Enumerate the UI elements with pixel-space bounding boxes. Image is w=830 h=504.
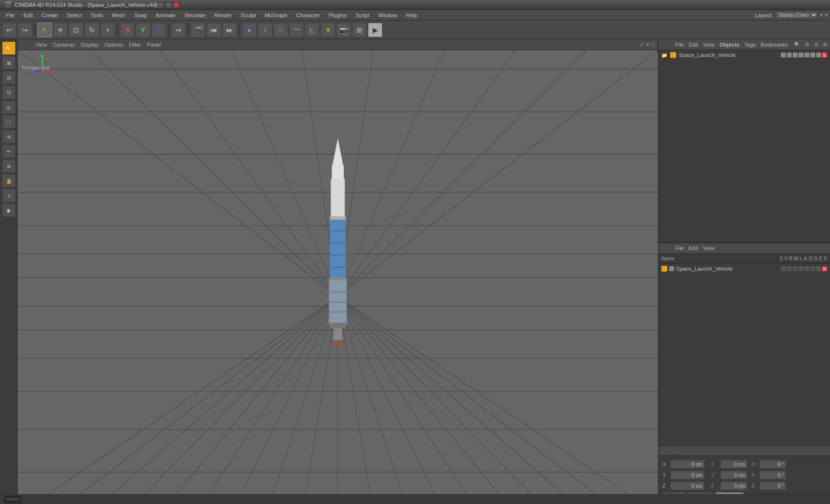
obj-collapse-icon[interactable]: ⊟ (814, 42, 818, 47)
coords-z-pos[interactable] (670, 481, 705, 490)
obj-view-menu[interactable]: View (703, 42, 715, 48)
record-button[interactable]: 🎬 (191, 23, 206, 37)
z-mode-button[interactable]: Z (151, 23, 166, 37)
obj-status-4[interactable] (799, 53, 803, 57)
cursor-mode-btn[interactable]: ↖ (2, 41, 16, 55)
camera-button[interactable]: 📷 (336, 23, 351, 37)
attr-obj-row[interactable]: Space_Launch_Vehicle ✕ (658, 264, 830, 274)
obj-edit-menu[interactable]: Edit (689, 42, 698, 48)
next-key-button[interactable]: ⏭ (222, 23, 237, 37)
viewport-filter-menu[interactable]: Filter (129, 42, 141, 48)
viewport-panel-menu[interactable]: Panel (147, 42, 161, 48)
paint-btn[interactable]: ✏ (2, 144, 16, 158)
coords-h-val[interactable] (759, 460, 786, 469)
menu-character[interactable]: Character (292, 11, 324, 19)
obj-item-space-launch-vehicle[interactable]: 📁 Space_Launch_Vehicle ✕ (658, 50, 830, 60)
undo-button[interactable]: ↩ (2, 23, 17, 37)
random-btn[interactable]: ∿ (2, 189, 16, 202)
live-select-btn[interactable]: ◎ (2, 100, 16, 114)
obj-settings-icon[interactable]: ⚙ (805, 42, 809, 47)
ring-object-button[interactable]: ○ (273, 23, 288, 37)
viewport-settings-icon[interactable]: □ (652, 41, 655, 48)
bend-deformer-button[interactable]: ⌇ (258, 23, 272, 37)
lasso-btn[interactable]: ≋ (2, 130, 16, 143)
obj-status-2[interactable] (787, 53, 792, 57)
menu-sculpt[interactable]: Sculpt (237, 11, 260, 19)
viewport-lock-icon[interactable]: + (646, 41, 650, 48)
attr-icon-5[interactable] (804, 266, 809, 271)
obj-expand-icon[interactable]: ⊞ (823, 42, 827, 47)
vert-select-btn[interactable]: ⊡ (2, 85, 16, 99)
viewport-options-menu[interactable]: Options (104, 42, 123, 48)
x-mode-button[interactable]: ✕ (120, 23, 135, 37)
window-controls[interactable]: ─ □ ✕ (157, 1, 180, 8)
attr-edit-menu[interactable]: Edit (689, 245, 698, 251)
viewport-cameras-menu[interactable]: Cameras (53, 42, 75, 48)
maximize-button[interactable]: □ (165, 1, 172, 8)
close-button[interactable]: ✕ (173, 1, 180, 8)
obj-search-icon[interactable]: 🔍 (794, 42, 800, 47)
viewport-display-menu[interactable]: Display (81, 42, 98, 48)
poly-select-btn[interactable]: ⊠ (2, 56, 16, 70)
prev-key-button[interactable]: ⏮ (207, 23, 221, 37)
minimize-button[interactable]: ─ (157, 1, 164, 8)
layout-dropdown[interactable]: Startup (User) (774, 11, 818, 19)
menu-simulate[interactable]: Simulate (180, 11, 209, 19)
light-button[interactable]: ☀ (321, 23, 335, 37)
coords-p-val[interactable] (759, 471, 786, 479)
menu-file[interactable]: File (2, 11, 19, 19)
obj-bookmarks-menu[interactable]: Bookmarks (761, 42, 788, 48)
menu-animate[interactable]: Animate (152, 11, 179, 19)
attr-delete-btn[interactable]: ✕ (822, 266, 827, 271)
sculpt-btn[interactable]: ⊛ (2, 159, 16, 173)
sphere-object-button[interactable]: ● (242, 23, 257, 37)
obj-status-3[interactable] (793, 53, 798, 57)
render-button[interactable]: ▶ (368, 23, 383, 37)
axis-tool-button[interactable]: ⇒ (171, 23, 186, 37)
menu-snap[interactable]: Snap (130, 11, 151, 19)
menu-window[interactable]: Window (374, 11, 401, 19)
magnet-btn[interactable]: ◉ (2, 203, 16, 217)
coords-y-pos[interactable] (670, 471, 705, 479)
attr-file-menu[interactable]: File (675, 245, 684, 251)
obj-tags-menu[interactable]: Tags (744, 42, 756, 48)
menu-script[interactable]: Script (352, 11, 373, 19)
rect-select-btn[interactable]: ⬚ (2, 115, 16, 129)
obj-status-7[interactable] (816, 53, 821, 57)
obj-delete-btn[interactable]: ✕ (822, 53, 827, 57)
nurbs-button[interactable]: ⊏ (305, 23, 320, 37)
attr-icon-1[interactable] (781, 266, 786, 271)
attr-icon-7[interactable] (816, 266, 821, 271)
scale-tool-button[interactable]: ⊡ (69, 23, 84, 37)
redo-button[interactable]: ↪ (18, 23, 32, 37)
move-tool-button[interactable]: ✛ (53, 23, 68, 37)
obj-status-6[interactable] (810, 53, 815, 57)
menu-mesh[interactable]: Mesh (108, 11, 129, 19)
add-object-button[interactable]: + (100, 23, 115, 37)
attr-view-menu[interactable]: View (703, 245, 715, 251)
coords-b-val[interactable] (759, 481, 786, 490)
obj-file-menu[interactable]: File (675, 42, 684, 48)
menu-create[interactable]: Create (38, 11, 62, 19)
rotate-tool-button[interactable]: ↻ (85, 23, 99, 37)
menu-edit[interactable]: Edit (20, 11, 37, 19)
viewport-view-menu[interactable]: View (35, 42, 47, 48)
attr-icon-3[interactable] (793, 266, 798, 271)
menu-mograph[interactable]: MoGraph (261, 11, 291, 19)
obj-status-1[interactable] (781, 53, 786, 57)
menu-render[interactable]: Render (210, 11, 236, 19)
coords-z-size[interactable] (720, 481, 747, 490)
menu-plugins[interactable]: Plugins (325, 11, 351, 19)
y-mode-button[interactable]: Y (136, 23, 150, 37)
obj-status-5[interactable] (804, 53, 809, 57)
coords-y-size[interactable] (720, 471, 747, 479)
viewport-expand-icon[interactable]: ⤢ (639, 41, 644, 48)
attr-icon-2[interactable] (787, 266, 792, 271)
spline-tool-button[interactable]: 〜 (289, 23, 304, 37)
render-region-button[interactable]: ⊞ (352, 23, 367, 37)
coords-x-size[interactable] (720, 460, 747, 469)
lock-btn[interactable]: 🔒 (2, 174, 16, 188)
menu-help[interactable]: Help (402, 11, 421, 19)
3d-viewport[interactable]: Perspective (18, 50, 658, 504)
attr-icon-4[interactable] (799, 266, 803, 271)
